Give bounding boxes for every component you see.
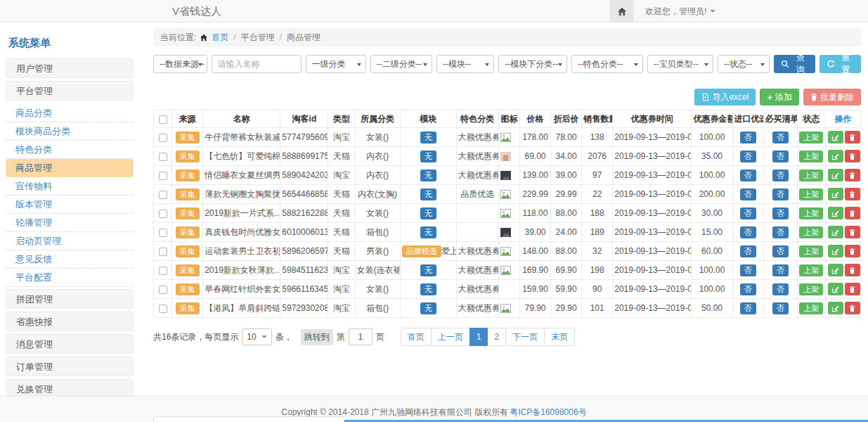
imported-badge[interactable]: 否 <box>740 132 756 143</box>
sidebar-group[interactable]: 用户管理 <box>6 58 134 78</box>
row-checkbox[interactable] <box>159 134 167 142</box>
delete-button[interactable] <box>845 245 860 257</box>
row-checkbox[interactable] <box>159 305 167 313</box>
status-badge[interactable]: 上架 <box>799 151 823 162</box>
import-excel-button[interactable]: 导入excel <box>694 89 756 106</box>
edit-button[interactable] <box>828 226 843 238</box>
batch-delete-button[interactable]: 批量删除 <box>803 89 861 106</box>
select-all-checkbox[interactable] <box>159 115 167 124</box>
edit-button[interactable] <box>828 283 843 295</box>
status-badge[interactable]: 上架 <box>799 207 823 219</box>
must-buy-badge[interactable]: 否 <box>772 264 789 276</box>
page-button[interactable]: 上一页 <box>431 328 470 346</box>
must-buy-badge[interactable]: 否 <box>772 283 789 295</box>
edit-button[interactable] <box>828 188 843 200</box>
must-buy-badge[interactable]: 否 <box>772 151 789 162</box>
sidebar-group[interactable]: 平台管理 <box>6 81 134 101</box>
delete-button[interactable] <box>845 264 860 276</box>
filter-select[interactable]: 一级分类 <box>306 55 366 73</box>
sidebar-group[interactable]: 消息管理 <box>6 334 134 354</box>
filter-select[interactable]: --数据来源-- <box>153 55 207 73</box>
status-badge[interactable]: 上架 <box>799 264 823 276</box>
page-button[interactable]: 首页 <box>401 328 432 346</box>
row-checkbox[interactable] <box>159 172 167 180</box>
row-checkbox[interactable] <box>159 153 167 161</box>
status-badge[interactable]: 上架 <box>799 188 823 200</box>
must-buy-badge[interactable]: 否 <box>772 207 789 219</box>
page-button[interactable]: 2 <box>487 328 506 346</box>
imported-badge[interactable]: 否 <box>740 283 756 295</box>
edit-button[interactable] <box>828 302 843 314</box>
row-checkbox[interactable] <box>159 191 167 199</box>
breadcrumb-home-link[interactable]: 首页 <box>212 32 228 44</box>
page-size-select[interactable]: 10 <box>242 328 271 345</box>
page-button[interactable]: 末页 <box>544 328 575 346</box>
edit-button[interactable] <box>828 207 843 219</box>
status-badge[interactable]: 上架 <box>799 283 823 295</box>
edit-button[interactable] <box>828 169 843 181</box>
must-buy-badge[interactable]: 否 <box>772 132 789 143</box>
edit-button[interactable] <box>828 131 843 143</box>
edit-button[interactable] <box>828 150 843 162</box>
row-checkbox[interactable] <box>159 248 167 256</box>
jump-button[interactable]: 跳转到 <box>301 329 333 345</box>
must-buy-badge[interactable]: 否 <box>772 226 789 238</box>
page-button[interactable]: 1 <box>469 328 488 346</box>
page-number-input[interactable]: 1 <box>349 328 373 345</box>
imported-badge[interactable]: 否 <box>740 151 756 162</box>
sidebar-item[interactable]: 版本管理 <box>6 196 134 214</box>
imported-badge[interactable]: 否 <box>740 302 756 314</box>
imported-badge[interactable]: 否 <box>740 170 756 181</box>
filter-select[interactable]: --二级分类-- <box>370 55 432 73</box>
edit-button[interactable] <box>828 245 843 257</box>
delete-button[interactable] <box>845 188 860 200</box>
row-checkbox[interactable] <box>159 267 167 275</box>
name-search-input[interactable] <box>212 55 302 73</box>
sidebar-item[interactable]: 宣传物料 <box>6 177 134 196</box>
sidebar-item[interactable]: 商品分类 <box>6 104 134 122</box>
must-buy-badge[interactable]: 否 <box>772 188 789 200</box>
must-buy-badge[interactable]: 否 <box>772 245 789 257</box>
delete-button[interactable] <box>845 150 860 162</box>
sidebar-group[interactable]: 拼团管理 <box>6 289 134 309</box>
filter-select[interactable]: --模块下分类-- <box>498 55 567 73</box>
status-badge[interactable]: 上架 <box>799 245 823 257</box>
filter-select[interactable]: --特色分类-- <box>571 55 643 73</box>
must-buy-badge[interactable]: 否 <box>772 302 789 314</box>
reset-button[interactable]: 重置 <box>820 55 861 73</box>
must-buy-badge[interactable]: 否 <box>772 170 789 181</box>
filter-select[interactable]: --宝贝类型-- <box>647 55 713 73</box>
delete-button[interactable] <box>845 283 860 295</box>
sidebar-item[interactable]: 平台配置 <box>6 269 134 287</box>
sidebar-item[interactable]: 特色分类 <box>6 141 134 159</box>
query-button[interactable]: 查询 <box>774 55 815 73</box>
edit-button[interactable] <box>828 264 843 276</box>
imported-badge[interactable]: 否 <box>740 188 756 200</box>
delete-button[interactable] <box>845 226 860 238</box>
row-checkbox[interactable] <box>159 229 167 237</box>
status-badge[interactable]: 上架 <box>799 132 823 143</box>
status-badge[interactable]: 上架 <box>799 226 823 238</box>
filter-select[interactable]: --模块-- <box>436 55 494 73</box>
imported-badge[interactable]: 否 <box>740 226 756 238</box>
delete-button[interactable] <box>845 207 860 219</box>
imported-badge[interactable]: 否 <box>740 264 756 276</box>
status-badge[interactable]: 上架 <box>799 302 823 314</box>
sidebar-item[interactable]: 启动页管理 <box>6 232 134 250</box>
delete-button[interactable] <box>845 169 860 181</box>
status-badge[interactable]: 上架 <box>799 170 823 181</box>
row-checkbox[interactable] <box>159 210 167 218</box>
imported-badge[interactable]: 否 <box>740 207 756 219</box>
sidebar-item[interactable]: 轮播管理 <box>6 214 134 232</box>
delete-button[interactable] <box>845 131 860 143</box>
home-button[interactable] <box>610 0 634 23</box>
page-button[interactable]: 下一页 <box>505 328 545 346</box>
sidebar-group[interactable]: 订单管理 <box>6 357 134 376</box>
sidebar-item[interactable]: 商品管理 <box>6 159 134 177</box>
sidebar-group[interactable]: 省惠快报 <box>6 312 134 331</box>
sidebar-item[interactable]: 意见反馈 <box>6 250 134 269</box>
filter-select[interactable]: --状态-- <box>718 55 770 73</box>
user-menu[interactable]: 欢迎您，管理员! <box>645 6 715 18</box>
add-button[interactable]: + 添加 <box>760 89 799 106</box>
row-checkbox[interactable] <box>159 286 167 294</box>
